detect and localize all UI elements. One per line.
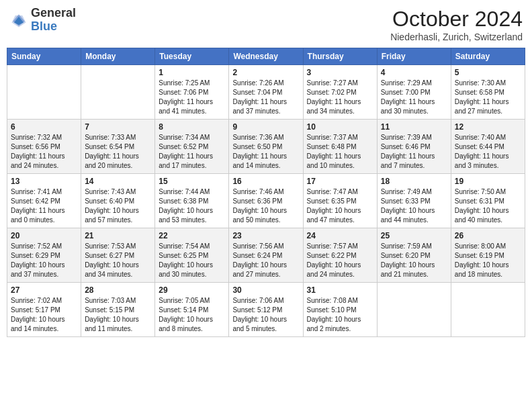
weekday-header-sunday: Sunday xyxy=(7,48,81,65)
day-info: Sunrise: 7:40 AMSunset: 6:44 PMDaylight:… xyxy=(455,133,521,171)
day-number: 16 xyxy=(232,177,299,186)
day-info: Sunrise: 7:56 AMSunset: 6:24 PMDaylight:… xyxy=(232,242,299,279)
day-info: Sunrise: 7:33 AMSunset: 6:54 PMDaylight:… xyxy=(85,133,151,171)
day-info: Sunrise: 7:47 AMSunset: 6:35 PMDaylight:… xyxy=(307,187,373,225)
day-info: Sunrise: 7:43 AMSunset: 6:40 PMDaylight:… xyxy=(85,187,151,225)
calendar-cell: 29Sunrise: 7:05 AMSunset: 5:14 PMDayligh… xyxy=(155,283,229,337)
calendar-cell xyxy=(451,283,525,337)
day-info: Sunrise: 7:41 AMSunset: 6:42 PMDaylight:… xyxy=(11,187,77,225)
day-number: 20 xyxy=(11,231,77,240)
calendar-cell: 12Sunrise: 7:40 AMSunset: 6:44 PMDayligh… xyxy=(451,120,525,174)
calendar-cell: 15Sunrise: 7:44 AMSunset: 6:38 PMDayligh… xyxy=(155,174,229,228)
day-info: Sunrise: 7:26 AMSunset: 7:04 PMDaylight:… xyxy=(232,79,299,116)
day-number: 3 xyxy=(307,68,373,77)
calendar-cell: 5Sunrise: 7:30 AMSunset: 6:58 PMDaylight… xyxy=(451,65,525,120)
day-number: 31 xyxy=(307,285,373,295)
calendar-cell: 31Sunrise: 7:08 AMSunset: 5:10 PMDayligh… xyxy=(303,283,377,337)
day-info: Sunrise: 7:39 AMSunset: 6:46 PMDaylight:… xyxy=(381,133,447,171)
day-info: Sunrise: 7:57 AMSunset: 6:22 PMDaylight:… xyxy=(307,242,373,279)
day-number: 21 xyxy=(85,231,151,240)
day-number: 28 xyxy=(85,285,151,295)
day-info: Sunrise: 7:37 AMSunset: 6:48 PMDaylight:… xyxy=(307,133,373,171)
day-number: 7 xyxy=(85,122,151,132)
calendar-cell: 1Sunrise: 7:25 AMSunset: 7:06 PMDaylight… xyxy=(155,65,229,120)
calendar-cell: 9Sunrise: 7:36 AMSunset: 6:50 PMDaylight… xyxy=(229,120,303,174)
logo: General Blue xyxy=(9,7,76,34)
weekday-header-saturday: Saturday xyxy=(451,48,525,65)
day-info: Sunrise: 7:06 AMSunset: 5:12 PMDaylight:… xyxy=(232,296,299,334)
day-number: 22 xyxy=(159,231,225,240)
calendar-cell: 3Sunrise: 7:27 AMSunset: 7:02 PMDaylight… xyxy=(303,65,377,120)
day-info: Sunrise: 7:36 AMSunset: 6:50 PMDaylight:… xyxy=(232,133,299,171)
weekday-header-row: SundayMondayTuesdayWednesdayThursdayFrid… xyxy=(7,48,525,65)
day-info: Sunrise: 7:46 AMSunset: 6:36 PMDaylight:… xyxy=(232,187,299,225)
day-info: Sunrise: 7:03 AMSunset: 5:15 PMDaylight:… xyxy=(85,296,151,334)
day-number: 15 xyxy=(159,177,225,186)
day-number: 23 xyxy=(232,231,299,240)
logo-blue-text: Blue xyxy=(31,19,57,33)
calendar-cell: 21Sunrise: 7:53 AMSunset: 6:27 PMDayligh… xyxy=(81,228,155,283)
calendar-cell: 17Sunrise: 7:47 AMSunset: 6:35 PMDayligh… xyxy=(303,174,377,228)
day-number: 9 xyxy=(232,122,299,132)
calendar-cell xyxy=(81,65,155,120)
calendar-week-5: 27Sunrise: 7:02 AMSunset: 5:17 PMDayligh… xyxy=(7,283,525,337)
calendar-cell: 13Sunrise: 7:41 AMSunset: 6:42 PMDayligh… xyxy=(7,174,81,228)
day-info: Sunrise: 7:52 AMSunset: 6:29 PMDaylight:… xyxy=(11,242,77,279)
day-info: Sunrise: 7:50 AMSunset: 6:31 PMDaylight:… xyxy=(455,187,521,225)
day-number: 13 xyxy=(11,177,77,186)
calendar-cell: 14Sunrise: 7:43 AMSunset: 6:40 PMDayligh… xyxy=(81,174,155,228)
weekday-header-wednesday: Wednesday xyxy=(229,48,303,65)
calendar-cell: 2Sunrise: 7:26 AMSunset: 7:04 PMDaylight… xyxy=(229,65,303,120)
calendar-cell xyxy=(377,283,451,337)
day-info: Sunrise: 7:29 AMSunset: 7:00 PMDaylight:… xyxy=(381,79,447,116)
calendar-week-1: 1Sunrise: 7:25 AMSunset: 7:06 PMDaylight… xyxy=(7,65,525,120)
day-number: 27 xyxy=(11,285,77,295)
logo-general-text: General xyxy=(31,6,76,19)
day-info: Sunrise: 7:59 AMSunset: 6:20 PMDaylight:… xyxy=(381,242,447,279)
month-title: October 2024 xyxy=(390,7,523,32)
calendar-cell: 4Sunrise: 7:29 AMSunset: 7:00 PMDaylight… xyxy=(377,65,451,120)
calendar-week-3: 13Sunrise: 7:41 AMSunset: 6:42 PMDayligh… xyxy=(7,174,525,228)
day-number: 4 xyxy=(381,68,447,77)
day-number: 1 xyxy=(159,68,225,77)
calendar-cell: 26Sunrise: 8:00 AMSunset: 6:19 PMDayligh… xyxy=(451,228,525,283)
day-number: 25 xyxy=(381,231,447,240)
day-number: 11 xyxy=(381,122,447,132)
calendar-cell: 20Sunrise: 7:52 AMSunset: 6:29 PMDayligh… xyxy=(7,228,81,283)
day-number: 5 xyxy=(455,68,521,77)
day-number: 24 xyxy=(307,231,373,240)
day-number: 10 xyxy=(307,122,373,132)
calendar: SundayMondayTuesdayWednesdayThursdayFrid… xyxy=(7,48,525,337)
weekday-header-tuesday: Tuesday xyxy=(155,48,229,65)
day-number: 30 xyxy=(232,285,299,295)
day-info: Sunrise: 7:53 AMSunset: 6:27 PMDaylight:… xyxy=(85,242,151,279)
day-number: 29 xyxy=(159,285,225,295)
day-number: 12 xyxy=(455,122,521,132)
day-number: 2 xyxy=(232,68,299,77)
location: Niederhasli, Zurich, Switzerland xyxy=(390,32,523,42)
calendar-cell: 23Sunrise: 7:56 AMSunset: 6:24 PMDayligh… xyxy=(229,228,303,283)
title-area: October 2024 Niederhasli, Zurich, Switze… xyxy=(390,7,523,42)
day-info: Sunrise: 7:54 AMSunset: 6:25 PMDaylight:… xyxy=(159,242,225,279)
day-info: Sunrise: 7:02 AMSunset: 5:17 PMDaylight:… xyxy=(11,296,77,334)
day-info: Sunrise: 7:30 AMSunset: 6:58 PMDaylight:… xyxy=(455,79,521,116)
day-number: 8 xyxy=(159,122,225,132)
calendar-cell: 27Sunrise: 7:02 AMSunset: 5:17 PMDayligh… xyxy=(7,283,81,337)
day-info: Sunrise: 7:27 AMSunset: 7:02 PMDaylight:… xyxy=(307,79,373,116)
calendar-cell: 7Sunrise: 7:33 AMSunset: 6:54 PMDaylight… xyxy=(81,120,155,174)
day-number: 26 xyxy=(455,231,521,240)
day-info: Sunrise: 7:44 AMSunset: 6:38 PMDaylight:… xyxy=(159,187,225,225)
day-info: Sunrise: 7:05 AMSunset: 5:14 PMDaylight:… xyxy=(159,296,225,334)
day-info: Sunrise: 7:08 AMSunset: 5:10 PMDaylight:… xyxy=(307,296,373,334)
day-info: Sunrise: 7:34 AMSunset: 6:52 PMDaylight:… xyxy=(159,133,225,171)
calendar-cell: 24Sunrise: 7:57 AMSunset: 6:22 PMDayligh… xyxy=(303,228,377,283)
calendar-cell: 25Sunrise: 7:59 AMSunset: 6:20 PMDayligh… xyxy=(377,228,451,283)
calendar-cell: 28Sunrise: 7:03 AMSunset: 5:15 PMDayligh… xyxy=(81,283,155,337)
day-info: Sunrise: 7:25 AMSunset: 7:06 PMDaylight:… xyxy=(159,79,225,116)
day-number: 17 xyxy=(307,177,373,186)
calendar-cell: 16Sunrise: 7:46 AMSunset: 6:36 PMDayligh… xyxy=(229,174,303,228)
calendar-cell: 6Sunrise: 7:32 AMSunset: 6:56 PMDaylight… xyxy=(7,120,81,174)
day-number: 6 xyxy=(11,122,77,132)
weekday-header-thursday: Thursday xyxy=(303,48,377,65)
calendar-cell xyxy=(7,65,81,120)
